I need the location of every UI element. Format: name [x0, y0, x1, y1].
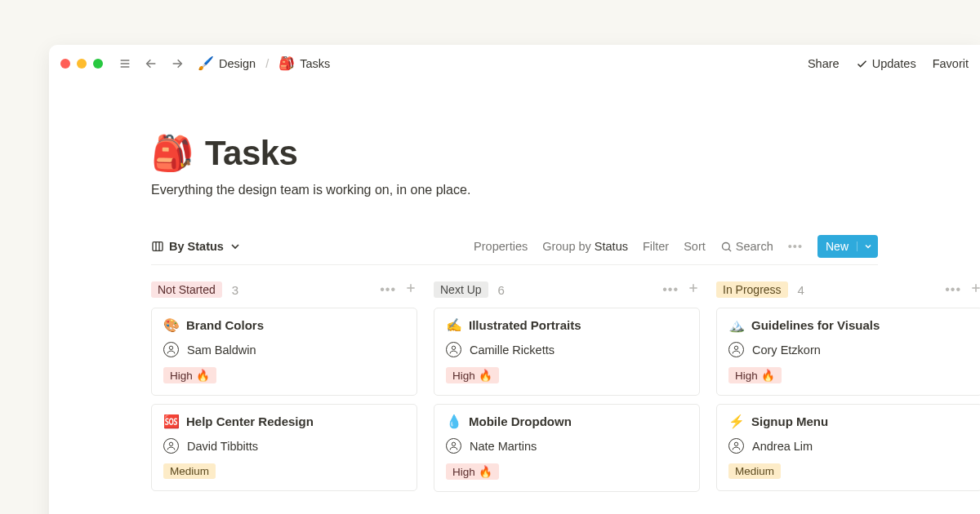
priority-tag: High 🔥: [163, 367, 216, 383]
card-assignee: Cory Etzkorn: [728, 342, 970, 357]
page-description[interactable]: Everything the design team is working on…: [151, 183, 878, 197]
search-label: Search: [736, 240, 773, 253]
group-by-prefix: Group by: [542, 240, 591, 253]
group-by-value: Status: [595, 240, 628, 253]
svg-rect-5: [153, 242, 163, 251]
page-icon[interactable]: 🎒: [151, 133, 194, 173]
check-icon: [856, 58, 868, 70]
svg-point-12: [169, 346, 172, 349]
task-card[interactable]: ✍️Illustrated PortraitsCamille RickettsH…: [434, 308, 700, 396]
card-title: Illustrated Portraits: [469, 318, 581, 332]
task-card[interactable]: ⚡Signup MenuAndrea LimMedium: [716, 404, 980, 491]
status-pill[interactable]: Next Up: [434, 281, 488, 298]
breadcrumb-item-design[interactable]: 🖌️ Design: [194, 55, 259, 73]
avatar: [163, 342, 179, 357]
updates-label: Updates: [872, 57, 916, 70]
nav-forward-icon[interactable]: [168, 55, 186, 73]
column-more-icon[interactable]: •••: [945, 282, 961, 297]
kanban-board: Not Started3•••🎨Brand ColorsSam BaldwinH…: [151, 281, 878, 500]
close-window-icon[interactable]: [60, 59, 70, 69]
card-title: Guidelines for Visuals: [751, 318, 880, 332]
top-actions: Share Updates Favorit: [808, 57, 969, 70]
card-icon: ⚡: [728, 415, 745, 428]
svg-point-16: [452, 346, 455, 349]
new-button-dropdown[interactable]: [857, 241, 878, 251]
page-title-row: 🎒 Tasks: [151, 133, 878, 173]
sidebar-toggle-icon[interactable]: [116, 55, 134, 73]
avatar: [446, 438, 461, 454]
column-header: In Progress4•••: [716, 281, 980, 298]
card-assignee: Andrea Lim: [728, 438, 970, 454]
minimize-window-icon[interactable]: [77, 59, 87, 69]
column-count: 6: [498, 283, 505, 297]
column-header: Next Up6•••: [434, 281, 700, 298]
status-pill[interactable]: Not Started: [151, 281, 222, 298]
sort-button[interactable]: Sort: [684, 240, 706, 253]
card-assignee: Camille Ricketts: [446, 342, 688, 357]
page-title[interactable]: Tasks: [205, 134, 297, 173]
board-icon: [151, 240, 164, 253]
svg-point-17: [452, 442, 455, 445]
assignee-name: Cory Etzkorn: [752, 343, 821, 357]
column-header: Not Started3•••: [151, 281, 417, 298]
breadcrumb: 🖌️ Design / 🎒 Tasks: [194, 55, 333, 73]
card-icon: 🆘: [163, 415, 180, 428]
card-icon: ✍️: [446, 319, 462, 332]
card-assignee: Nate Martins: [446, 438, 688, 454]
avatar: [163, 438, 179, 454]
priority-tag: High 🔥: [728, 367, 782, 383]
updates-button[interactable]: Updates: [856, 57, 916, 70]
filter-button[interactable]: Filter: [643, 240, 669, 253]
page-body: 🎒 Tasks Everything the design team is wo…: [49, 82, 980, 500]
column-count: 4: [798, 283, 804, 297]
group-by-button[interactable]: Group by Status: [542, 240, 628, 253]
card-icon: 🏔️: [728, 319, 745, 332]
window-controls: [60, 59, 103, 69]
task-card[interactable]: 🏔️Guidelines for VisualsCory EtzkornHigh…: [716, 308, 980, 396]
more-options-icon[interactable]: •••: [788, 240, 803, 253]
assignee-name: David Tibbitts: [187, 440, 258, 453]
share-button[interactable]: Share: [808, 57, 840, 70]
card-title: Signup Menu: [751, 414, 828, 428]
view-tab-label: By Status: [169, 240, 224, 253]
column-add-icon[interactable]: [687, 281, 700, 298]
nav-back-icon[interactable]: [142, 55, 160, 73]
column-count: 3: [232, 283, 238, 297]
column-add-icon[interactable]: [969, 281, 980, 298]
priority-tag: High 🔥: [446, 367, 499, 383]
assignee-name: Nate Martins: [470, 440, 537, 453]
task-card[interactable]: 🆘Help Center RedesignDavid TibbittsMediu…: [151, 404, 417, 491]
maximize-window-icon[interactable]: [93, 59, 103, 69]
paintbrush-icon: 🖌️: [198, 57, 214, 70]
breadcrumb-item-tasks[interactable]: 🎒 Tasks: [275, 55, 333, 73]
svg-line-9: [728, 249, 731, 251]
search-button[interactable]: Search: [720, 240, 773, 253]
task-card[interactable]: 💧Mobile DropdownNate MartinsHigh 🔥: [434, 404, 700, 492]
new-button-label: New: [817, 240, 857, 253]
svg-point-13: [169, 442, 172, 445]
avatar: [728, 342, 744, 357]
board-column: In Progress4•••🏔️Guidelines for VisualsC…: [716, 281, 980, 500]
chevron-down-icon: [863, 241, 873, 251]
board-column: Not Started3•••🎨Brand ColorsSam BaldwinH…: [151, 281, 417, 500]
assignee-name: Camille Ricketts: [470, 343, 555, 357]
column-add-icon[interactable]: [404, 281, 417, 298]
priority-tag: Medium: [728, 463, 781, 479]
app-window: 🖌️ Design / 🎒 Tasks Share Updates Favori…: [49, 45, 980, 514]
view-tab-by-status[interactable]: By Status: [151, 240, 242, 253]
assignee-name: Sam Baldwin: [187, 343, 256, 357]
svg-point-21: [734, 442, 737, 445]
favorite-button[interactable]: Favorit: [933, 57, 969, 70]
column-more-icon[interactable]: •••: [662, 282, 679, 297]
card-title: Mobile Dropdown: [469, 414, 572, 428]
new-button[interactable]: New: [817, 235, 878, 258]
avatar: [446, 342, 461, 357]
card-icon: 💧: [446, 415, 462, 428]
properties-button[interactable]: Properties: [474, 240, 528, 253]
status-pill[interactable]: In Progress: [716, 281, 788, 298]
svg-point-20: [734, 346, 737, 349]
column-more-icon[interactable]: •••: [380, 282, 396, 297]
task-card[interactable]: 🎨Brand ColorsSam BaldwinHigh 🔥: [151, 308, 417, 396]
card-assignee: Sam Baldwin: [163, 342, 405, 357]
card-title: Brand Colors: [186, 318, 264, 332]
